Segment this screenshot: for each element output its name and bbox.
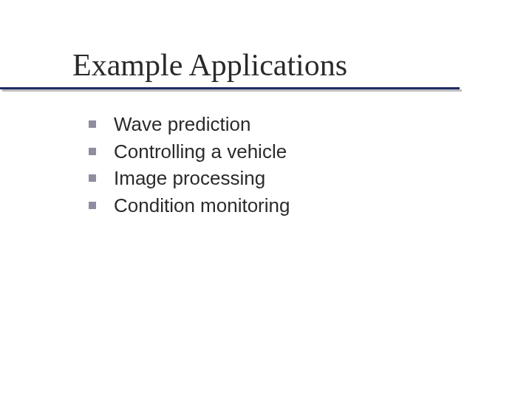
list-item: Controlling a vehicle: [89, 140, 290, 164]
square-bullet-icon: [89, 148, 96, 155]
title-block: Example Applications: [72, 47, 347, 89]
list-item: Image processing: [89, 166, 290, 191]
square-bullet-icon: [89, 174, 96, 182]
list-item-label: Image processing: [114, 166, 265, 191]
bullet-list: Wave prediction Controlling a vehicle Im…: [89, 112, 290, 220]
list-item-label: Wave prediction: [114, 112, 250, 137]
square-bullet-icon: [89, 120, 96, 128]
underline-shadow: [2, 89, 462, 92]
slide-title: Example Applications: [72, 47, 347, 89]
list-item: Condition monitoring: [89, 194, 290, 218]
underline-main: [0, 87, 460, 89]
title-underline: [0, 87, 460, 92]
list-item-label: Controlling a vehicle: [114, 140, 287, 164]
list-item: Wave prediction: [89, 112, 290, 137]
list-item-label: Condition monitoring: [114, 194, 290, 218]
square-bullet-icon: [89, 202, 96, 209]
slide: Example Applications Wave prediction Con…: [0, 0, 532, 399]
